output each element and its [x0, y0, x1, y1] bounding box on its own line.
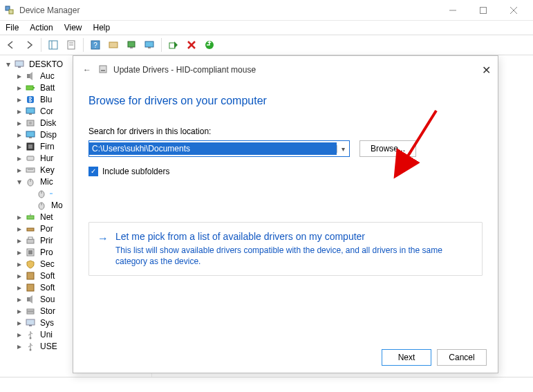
- device-icon: [25, 212, 36, 223]
- svg-rect-51: [28, 250, 32, 254]
- toolbar-separator: [41, 38, 41, 52]
- monitor-icon[interactable]: [141, 37, 158, 53]
- svg-rect-13: [109, 42, 118, 48]
- expand-icon[interactable]: ▸: [15, 260, 24, 268]
- svg-rect-35: [28, 144, 32, 149]
- device-icon: [25, 270, 36, 281]
- close-button[interactable]: [498, 0, 529, 21]
- tree-item-label: Sys: [39, 318, 55, 328]
- next-button[interactable]: Next: [382, 349, 431, 366]
- browse-button[interactable]: Browse...: [359, 140, 416, 157]
- dialog-footer: Next Cancel: [382, 349, 487, 366]
- window-title: Device Manager: [19, 6, 438, 15]
- device-icon: [25, 165, 36, 176]
- svg-rect-3: [480, 7, 487, 13]
- expand-icon[interactable]: ▸: [15, 95, 24, 104]
- tree-item-label: Mic: [39, 177, 55, 187]
- svg-rect-52: [27, 272, 34, 279]
- include-subfolders-row[interactable]: ✓ Include subfolders: [88, 167, 483, 176]
- svg-rect-6: [49, 41, 57, 49]
- svg-rect-48: [27, 239, 34, 243]
- enable-device-button[interactable]: [165, 37, 182, 53]
- option-description: This list will show available drivers co…: [115, 245, 471, 267]
- status-bar: [0, 377, 533, 392]
- expand-icon[interactable]: ▸: [15, 84, 24, 92]
- back-button[interactable]: [3, 37, 19, 53]
- expand-icon[interactable]: ▸: [15, 248, 24, 256]
- pick-from-list-option[interactable]: → Let me pick from a list of available d…: [88, 222, 483, 276]
- expand-icon[interactable]: ▸: [15, 131, 24, 139]
- add-device-button[interactable]: [201, 37, 218, 53]
- svg-rect-29: [29, 113, 32, 115]
- expand-icon[interactable]: ▾: [15, 178, 24, 186]
- svg-rect-26: [33, 87, 35, 88]
- tree-item-label: Por: [39, 224, 55, 234]
- tree-item-label: Disp: [39, 130, 58, 140]
- svg-rect-36: [27, 156, 34, 160]
- chevron-down-icon[interactable]: ▾: [337, 145, 349, 153]
- dialog-back-button[interactable]: ←: [80, 65, 94, 75]
- svg-rect-57: [26, 319, 35, 325]
- device-icon: [25, 317, 36, 328]
- svg-rect-54: [27, 297, 30, 301]
- path-input[interactable]: [89, 142, 337, 155]
- menu-view[interactable]: View: [64, 23, 82, 32]
- svg-rect-16: [145, 41, 153, 47]
- tree-item-label: Sou: [39, 295, 56, 304]
- help-button[interactable]: ?: [87, 37, 104, 53]
- properties-button[interactable]: [63, 37, 80, 53]
- toolbar: ?: [0, 35, 533, 55]
- menu-file[interactable]: File: [6, 23, 19, 32]
- expand-icon[interactable]: ▸: [15, 272, 24, 280]
- uninstall-device-button[interactable]: [183, 37, 200, 53]
- expand-icon[interactable]: ▸: [15, 225, 24, 233]
- expand-icon[interactable]: ▸: [15, 213, 24, 221]
- title-bar: Device Manager: [0, 0, 533, 21]
- tree-item-label: Disk: [39, 118, 57, 128]
- device-icon: [25, 306, 36, 317]
- expand-icon[interactable]: ▸: [15, 72, 24, 80]
- expand-icon[interactable]: ▸: [15, 119, 24, 127]
- svg-rect-47: [27, 228, 34, 231]
- menu-help[interactable]: Help: [93, 23, 111, 32]
- svg-rect-32: [26, 131, 35, 137]
- collapse-icon[interactable]: ▾: [4, 60, 12, 68]
- expand-icon[interactable]: ▸: [15, 166, 24, 174]
- expand-icon[interactable]: ▸: [15, 236, 24, 245]
- expand-icon[interactable]: ▸: [15, 107, 24, 115]
- path-combobox[interactable]: ▾: [88, 140, 350, 157]
- svg-rect-17: [148, 47, 151, 48]
- expand-icon[interactable]: ▸: [15, 154, 24, 162]
- menu-bar: File Action View Help: [0, 21, 533, 35]
- expand-icon[interactable]: ▸: [15, 330, 24, 339]
- expand-icon[interactable]: ▸: [15, 283, 24, 292]
- svg-rect-25: [26, 86, 33, 90]
- expand-icon[interactable]: ▸: [15, 342, 24, 351]
- app-icon: [4, 5, 15, 16]
- expand-icon[interactable]: ▸: [15, 142, 24, 151]
- expand-icon[interactable]: ▸: [15, 295, 24, 304]
- cancel-button[interactable]: Cancel: [437, 349, 487, 366]
- include-subfolders-label: Include subfolders: [102, 167, 169, 176]
- maximize-button[interactable]: [468, 0, 498, 21]
- device-icon: [25, 118, 36, 129]
- update-driver-dialog: ← Update Drivers - HID-compliant mouse ✕…: [73, 55, 498, 373]
- tree-item-label: Mo: [50, 200, 64, 210]
- update-driver-button[interactable]: [123, 37, 140, 53]
- checkbox-checked-icon[interactable]: ✓: [88, 167, 98, 176]
- minimize-button[interactable]: [438, 0, 468, 21]
- scan-hardware-button[interactable]: [105, 37, 122, 53]
- expand-icon[interactable]: ▸: [15, 307, 24, 315]
- tree-item-label: Blu: [39, 95, 53, 104]
- menu-action[interactable]: Action: [30, 23, 53, 32]
- tree-item-label: Hur: [39, 153, 55, 163]
- tree-item-label: Net: [39, 212, 55, 222]
- svg-rect-15: [130, 47, 133, 48]
- dialog-close-button[interactable]: ✕: [470, 64, 491, 77]
- forward-button[interactable]: [21, 37, 37, 53]
- show-hide-console-button[interactable]: [45, 37, 62, 53]
- svg-rect-22: [15, 61, 24, 66]
- computer-icon: [14, 59, 25, 70]
- expand-icon[interactable]: ▸: [15, 319, 24, 327]
- svg-rect-58: [29, 325, 32, 326]
